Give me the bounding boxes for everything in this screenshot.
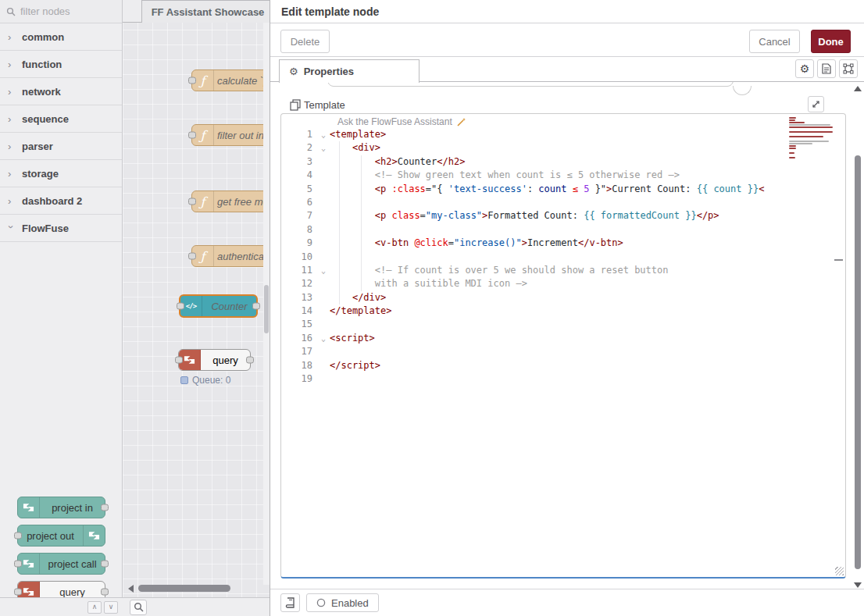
book-icon (285, 597, 295, 608)
code-line-16[interactable]: 16⌄<script> (281, 332, 845, 345)
palette-node-project-call[interactable]: project call (17, 553, 105, 575)
input-port[interactable] (14, 532, 22, 539)
scroll-down-arrow-icon[interactable] (854, 582, 862, 588)
palette-category-sequence[interactable]: ›sequence (0, 105, 122, 133)
output-port[interactable] (101, 561, 109, 568)
expand-editor-button[interactable] (808, 96, 824, 112)
input-port[interactable] (188, 198, 196, 205)
input-port[interactable] (14, 589, 22, 596)
flow-node-calculate-pay[interactable]: ƒcalculate `pay (191, 69, 270, 91)
code-line-3[interactable]: 3 <h2>Counter</h2> (281, 155, 845, 169)
output-port[interactable] (101, 504, 109, 511)
flow-node-query[interactable]: query (178, 349, 251, 371)
template-code-editor[interactable]: Ask the FlowFuse Assistant 1⌄<template>2… (280, 113, 846, 579)
editor-minimap[interactable] (789, 117, 834, 162)
minimap-line (789, 145, 796, 147)
code-line-5[interactable]: 5 <p :class="{ 'text-success': count ≤ 5… (281, 183, 845, 196)
palette-category-network[interactable]: ›network (0, 78, 122, 105)
code-line-2[interactable]: 2⌄ <div> (281, 141, 845, 155)
workspace-tabbar: FF Assistant Showcase (123, 0, 270, 23)
dialog-scrollbar[interactable] (853, 84, 863, 591)
code-line-18[interactable]: 18</script> (281, 359, 845, 372)
scrollbar-thumb[interactable] (138, 585, 230, 592)
code-line-7[interactable]: 7 <p class="my-class">Formatted Count: {… (281, 209, 845, 223)
chevron-right-icon: › (5, 225, 17, 231)
node-appearance-button[interactable] (839, 59, 858, 78)
line-number: 8 (281, 223, 317, 237)
cancel-button[interactable]: Cancel (749, 30, 800, 53)
code-line-1[interactable]: 1⌄<template> (281, 128, 845, 141)
flow-node-filter-out-inacti[interactable]: ƒfilter out inacti (191, 124, 270, 146)
input-port[interactable] (14, 561, 22, 568)
minimap-line (789, 126, 833, 128)
palette-category-function[interactable]: ›function (0, 51, 122, 78)
input-port[interactable] (177, 303, 184, 310)
fold-chevron-icon[interactable]: ⌄ (317, 128, 330, 141)
flow-node-get-free-memo[interactable]: ƒget free memo (191, 190, 270, 212)
done-button[interactable]: Done (811, 30, 851, 53)
zoom-button[interactable] (130, 600, 147, 615)
node-properties-button[interactable]: ⚙ (795, 59, 814, 78)
output-port[interactable] (101, 589, 109, 596)
flow-node-authenticateu[interactable]: ƒauthenticateU (191, 245, 270, 267)
line-number: 11 (281, 264, 317, 277)
fold-chevron-icon[interactable]: ⌄ (317, 264, 330, 277)
output-port[interactable] (252, 303, 260, 310)
line-number: 3 (281, 155, 317, 169)
fold-chevron-icon[interactable]: ⌄ (317, 141, 330, 155)
input-port[interactable] (175, 357, 183, 364)
code-line-8[interactable]: 8 (281, 223, 845, 237)
palette-node-project-out[interactable]: project out (17, 525, 105, 547)
palette-categories: ›common›function›network›sequence›parser… (0, 23, 122, 242)
code-line-10[interactable]: 10 (281, 251, 845, 264)
line-number: 12 (281, 277, 317, 290)
output-port[interactable] (246, 357, 254, 364)
category-label: network (22, 86, 61, 98)
tab-properties[interactable]: ⚙ Properties (279, 59, 420, 83)
workspace-vertical-scrollbar[interactable] (263, 23, 270, 585)
scroll-up-arrow-icon[interactable] (854, 86, 862, 91)
node-description-button[interactable] (817, 59, 836, 78)
library-button[interactable] (280, 593, 300, 612)
input-port[interactable] (188, 77, 196, 84)
delete-button[interactable]: Delete (280, 30, 330, 53)
gear-icon: ⚙ (289, 66, 298, 77)
code-line-13[interactable]: 13 </div> (281, 291, 845, 304)
assistant-prompt[interactable]: Ask the FlowFuse Assistant (337, 116, 466, 127)
line-number: 17 (281, 345, 317, 358)
flow-workspace[interactable]: FF Assistant Showcase ƒcalculate `payƒfi… (123, 0, 270, 597)
scroll-left-arrow-icon[interactable] (128, 585, 134, 593)
code-line-14[interactable]: 14</template> (281, 304, 845, 318)
code-text: <p :class="{ 'text-success': count ≤ 5 }… (330, 183, 764, 196)
code-line-4[interactable]: 4 <!— Show green text when count is ≤ 5 … (281, 169, 845, 182)
code-line-11[interactable]: 11⌄ <!— If count is over 5 we should sho… (281, 264, 845, 277)
code-line-6[interactable]: 6 (281, 196, 845, 209)
fold-chevron-icon[interactable]: ⌄ (317, 332, 330, 345)
scrollbar-thumb[interactable] (855, 155, 861, 569)
code-line-9[interactable]: 9 <v-btn @click="increase()">Increment</… (281, 237, 845, 250)
code-line-15[interactable]: 15 (281, 318, 845, 331)
palette-collapse-button[interactable]: ∧ (87, 601, 102, 614)
code-line-12[interactable]: 12 with a suitible MDI icon —> (281, 277, 845, 290)
input-port[interactable] (188, 253, 196, 260)
magnifier-icon (134, 602, 144, 612)
palette-node-project-in[interactable]: project in (17, 497, 105, 518)
palette-category-parser[interactable]: ›parser (0, 133, 122, 160)
scrollbar-thumb[interactable] (264, 285, 269, 333)
palette-category-common[interactable]: ›common (0, 23, 122, 51)
code-line-19[interactable]: 19 (281, 372, 845, 386)
palette-category-storage[interactable]: ›storage (0, 160, 122, 187)
palette-category-flowfuse[interactable]: ›FlowFuse (0, 215, 122, 242)
code-line-17[interactable]: 17 (281, 345, 845, 358)
filter-nodes-input[interactable] (20, 5, 106, 17)
workspace-horizontal-scrollbar[interactable] (123, 585, 270, 593)
scrolled-field-notch (733, 86, 752, 95)
flow-node-counter[interactable]: </>Counter (179, 294, 258, 318)
node-enabled-toggle[interactable]: Enabled (306, 593, 379, 612)
tab-ff-assistant-showcase[interactable]: FF Assistant Showcase (141, 0, 270, 23)
palette-expand-button[interactable]: ∨ (104, 601, 118, 614)
input-port[interactable] (188, 132, 196, 139)
editor-resize-handle[interactable] (835, 567, 844, 575)
minimap-line (789, 157, 795, 158)
palette-category-dashboard-2[interactable]: ›dashboard 2 (0, 187, 122, 215)
